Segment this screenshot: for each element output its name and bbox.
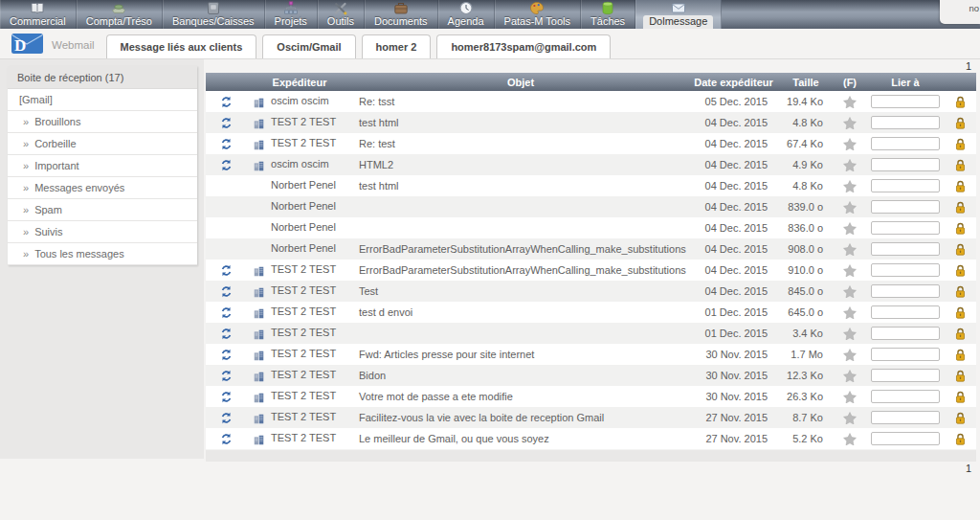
link-input[interactable] (871, 327, 940, 340)
sync-icon[interactable] (220, 369, 233, 380)
tab-message-li-s-aux-clients[interactable]: Message liés aux clients (106, 34, 257, 58)
subject-label[interactable]: Votre mot de passe a ete modifie (353, 386, 688, 407)
star-icon[interactable] (843, 327, 857, 338)
link-input[interactable] (871, 390, 940, 403)
lock-icon[interactable] (955, 137, 966, 148)
table-row[interactable]: Norbert Penel test html 04 Dec. 2015 4.8… (206, 175, 976, 196)
tab-oscim-gmail[interactable]: Oscim/Gmail (262, 34, 355, 58)
star-icon[interactable] (843, 158, 857, 170)
lock-icon[interactable] (955, 284, 966, 296)
link-input[interactable] (871, 116, 940, 129)
col-objet[interactable]: Objet (353, 73, 688, 91)
lock-icon[interactable] (955, 95, 966, 106)
lock-icon[interactable] (955, 158, 966, 170)
sidebar-item-important[interactable]: » Important (8, 155, 197, 177)
sync-icon[interactable] (220, 432, 233, 443)
link-input[interactable] (871, 200, 940, 214)
subject-label[interactable]: Re: tsst (353, 91, 688, 112)
table-row[interactable]: TEST 2 TEST test html 04 Dec. 2015 4.8 K… (206, 112, 976, 133)
star-icon[interactable] (843, 305, 857, 317)
table-row[interactable]: Norbert Penel 04 Dec. 2015 839.0 o (206, 196, 976, 217)
star-icon[interactable] (843, 242, 857, 254)
company-icon[interactable] (254, 412, 267, 423)
star-icon[interactable] (843, 411, 857, 422)
menubar-item-t-ches[interactable]: Tâches (581, 0, 635, 29)
link-input[interactable] (871, 411, 940, 424)
table-row[interactable]: TEST 2 TEST Bidon 30 Nov. 2015 12.3 Ko (206, 365, 976, 386)
link-input[interactable] (871, 432, 940, 445)
lock-icon[interactable] (955, 327, 966, 338)
link-input[interactable] (871, 305, 940, 319)
table-row[interactable]: TEST 2 TEST 01 Dec. 2015 3.4 Ko (206, 323, 976, 344)
subject-label[interactable]: Re: test (353, 133, 688, 154)
subject-label[interactable]: Test (353, 281, 688, 302)
star-icon[interactable] (843, 221, 857, 233)
menubar-item-dolmessage[interactable]: Dolmessage (635, 0, 722, 29)
col-date[interactable]: Date expéditeur (688, 73, 779, 91)
table-row[interactable]: Norbert Penel 04 Dec. 2015 836.0 o (206, 217, 976, 238)
sidebar-header-inbox[interactable]: Boite de réception (17) (8, 66, 197, 89)
sidebar-item-corbeille[interactable]: » Corbeille (8, 133, 197, 155)
table-row[interactable]: TEST 2 TEST ErrorBadParameterSubstitutio… (206, 260, 976, 281)
lock-icon[interactable] (955, 305, 966, 317)
table-row[interactable]: TEST 2 TEST Facilitez-vous la vie avec l… (206, 407, 976, 428)
star-icon[interactable] (843, 95, 857, 106)
company-icon[interactable] (254, 159, 267, 170)
link-input[interactable] (871, 263, 940, 277)
link-input[interactable] (871, 179, 940, 192)
link-input[interactable] (871, 221, 940, 235)
company-icon[interactable] (254, 264, 267, 276)
sync-icon[interactable] (220, 327, 233, 338)
menubar-item-documents[interactable]: Documents (365, 0, 438, 29)
col-taille[interactable]: Taille (779, 73, 833, 91)
link-input[interactable] (871, 95, 940, 108)
lock-icon[interactable] (955, 200, 966, 212)
subject-label[interactable]: test d envoi (353, 302, 688, 323)
lock-icon[interactable] (955, 348, 966, 359)
col-flag[interactable]: (F) (833, 73, 867, 91)
lock-icon[interactable] (955, 432, 966, 443)
menubar-item-projets[interactable]: Projets (265, 0, 318, 29)
link-input[interactable] (871, 369, 940, 382)
sync-icon[interactable] (220, 116, 233, 127)
lock-icon[interactable] (955, 263, 966, 275)
sync-icon[interactable] (220, 158, 233, 170)
sync-icon[interactable] (220, 263, 233, 275)
sidebar-item--gmail-[interactable]: » [Gmail] (8, 89, 197, 111)
link-input[interactable] (871, 348, 940, 361)
company-icon[interactable] (254, 349, 267, 360)
star-icon[interactable] (843, 348, 857, 359)
table-row[interactable]: TEST 2 TEST Test 04 Dec. 2015 845.0 o (206, 281, 976, 302)
subject-label[interactable]: ErrorBadParameterSubstitutionArrayWhenCa… (353, 238, 688, 260)
subject-label[interactable] (353, 217, 688, 238)
subject-label[interactable]: test html (353, 175, 688, 196)
lock-icon[interactable] (955, 411, 966, 422)
lock-icon[interactable] (955, 221, 966, 233)
lock-icon[interactable] (955, 390, 966, 401)
link-input[interactable] (871, 137, 940, 150)
star-icon[interactable] (843, 390, 857, 401)
company-icon[interactable] (254, 391, 267, 402)
star-icon[interactable] (843, 263, 857, 275)
star-icon[interactable] (843, 200, 857, 212)
lock-icon[interactable] (955, 116, 966, 127)
subject-label[interactable]: Le meilleur de Gmail, ou que vous soyez (353, 428, 688, 449)
company-icon[interactable] (254, 370, 267, 381)
sidebar-item-tous-les-messages[interactable]: » Tous les messages (8, 243, 197, 265)
link-input[interactable] (871, 158, 940, 171)
lock-icon[interactable] (955, 369, 966, 380)
link-input[interactable] (871, 284, 940, 298)
subject-label[interactable]: test html (353, 112, 688, 133)
table-row[interactable]: TEST 2 TEST Votre mot de passe a ete mod… (206, 386, 976, 407)
table-row[interactable]: TEST 2 TEST Fwd: Articles presse pour si… (206, 344, 976, 365)
lock-icon[interactable] (955, 179, 966, 191)
tab-homer-2[interactable]: homer 2 (362, 34, 432, 58)
sync-icon[interactable] (220, 284, 233, 296)
sync-icon[interactable] (220, 348, 233, 359)
sync-icon[interactable] (220, 390, 233, 401)
subject-label[interactable]: Facilitez-vous la vie avec la boite de r… (353, 407, 688, 428)
company-icon[interactable] (254, 285, 267, 297)
subject-label[interactable] (353, 196, 688, 217)
tab-homer8173spam-gmail-com[interactable]: homer8173spam@gmail.com (436, 34, 611, 58)
sync-icon[interactable] (220, 137, 233, 148)
